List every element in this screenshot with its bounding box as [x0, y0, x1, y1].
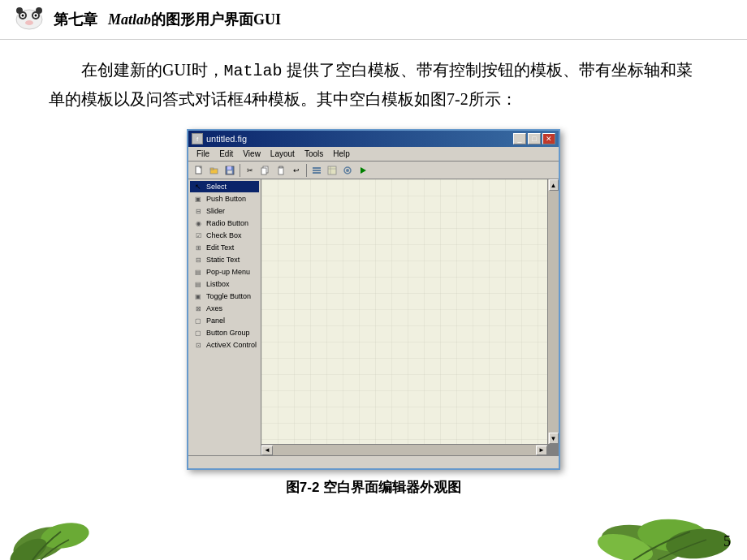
matlab-window: f untitled.fig _ □ ✕ File Edit View Layo… — [187, 129, 560, 470]
toolbar[interactable]: ✂ ↩ — [188, 162, 559, 179]
title-bar-buttons[interactable]: _ □ ✕ — [513, 133, 555, 144]
svg-rect-22 — [313, 170, 321, 171]
svg-point-6 — [35, 15, 37, 17]
scroll-right-btn[interactable]: ► — [536, 446, 547, 455]
menu-tools[interactable]: Tools — [300, 149, 328, 158]
menu-bar[interactable]: File Edit View Layout Tools Help — [188, 147, 559, 162]
matlab-screenshot-container: f untitled.fig _ □ ✕ File Edit View Layo… — [49, 129, 698, 470]
toolbar-save[interactable] — [222, 163, 237, 178]
push-button-icon — [192, 194, 204, 204]
sidebar-item-push-button[interactable]: Push Button — [190, 193, 259, 205]
toolbar-sep2 — [306, 164, 307, 177]
toggle-button-icon — [192, 291, 204, 301]
canvas-area[interactable]: ▲ ▼ ◄ ► — [261, 179, 559, 455]
listbox-icon — [192, 279, 204, 289]
toolbar-menu-editor[interactable] — [325, 163, 339, 178]
activex-icon — [192, 340, 204, 350]
edit-text-icon — [192, 243, 204, 252]
sidebar-item-check-box[interactable]: Check Box — [190, 230, 259, 241]
sidebar-item-edit-text[interactable]: Edit Text — [190, 242, 259, 253]
menu-view[interactable]: View — [238, 149, 266, 158]
button-group-icon — [192, 328, 204, 338]
tools-sidebar[interactable]: Select Push Button Slider Radio Button — [188, 179, 261, 455]
scroll-up-btn[interactable]: ▲ — [549, 179, 559, 191]
page-header: 第七章 Matlab的图形用户界面GUI — [0, 0, 747, 40]
svg-point-5 — [22, 15, 24, 17]
toolbar-undo[interactable]: ↩ — [289, 163, 304, 178]
sidebar-item-slider[interactable]: Slider — [190, 205, 259, 217]
svg-rect-24 — [328, 166, 336, 174]
scroll-down-btn[interactable]: ▼ — [549, 433, 559, 444]
matlab-inline: Matlab — [224, 62, 283, 80]
minimize-button[interactable]: _ — [513, 133, 526, 144]
sidebar-item-radio-button[interactable]: Radio Button — [190, 218, 259, 229]
svg-point-9 — [36, 7, 42, 14]
sidebar-item-listbox[interactable]: Listbox — [190, 278, 259, 290]
svg-rect-21 — [313, 167, 321, 169]
bottom-area: 5 — [0, 495, 747, 560]
scrollbar-bottom[interactable]: ◄ ► — [261, 444, 547, 455]
figure-caption: 图7-2 空白界面编辑器外观图 — [49, 478, 698, 497]
toolbar-cut[interactable]: ✂ — [243, 163, 257, 178]
scroll-track-right — [548, 191, 559, 433]
svg-point-28 — [346, 169, 349, 172]
menu-layout[interactable]: Layout — [266, 149, 300, 158]
slider-icon — [192, 206, 204, 216]
toolbar-copy[interactable] — [258, 163, 273, 178]
svg-rect-31 — [261, 179, 559, 455]
toolbar-new[interactable] — [192, 163, 206, 178]
axes-icon — [192, 304, 204, 313]
popup-menu-icon — [192, 267, 204, 277]
svg-rect-15 — [227, 166, 231, 170]
menu-file[interactable]: File — [192, 149, 214, 158]
title-bar: f untitled.fig _ □ ✕ — [188, 131, 559, 147]
sidebar-item-axes[interactable]: Axes — [190, 303, 259, 314]
scroll-track-bottom — [273, 445, 536, 455]
static-text-icon — [192, 255, 204, 265]
svg-point-8 — [16, 7, 23, 14]
toolbar-tab-order[interactable] — [340, 163, 355, 178]
status-bar — [188, 455, 559, 468]
sidebar-item-panel[interactable]: Panel — [190, 315, 259, 326]
toolbar-sep1 — [240, 164, 240, 177]
chapter-icon — [13, 6, 45, 32]
main-content: 在创建新的GUI时，Matlab 提供了空白模板、带有控制按钮的模板、带有坐标轴… — [0, 40, 747, 505]
panel-icon — [192, 316, 204, 325]
svg-marker-29 — [361, 167, 366, 174]
scrollbar-right[interactable]: ▲ ▼ — [547, 179, 559, 444]
sidebar-item-static-text[interactable]: Static Text — [190, 254, 259, 265]
sidebar-item-popup-menu[interactable]: Pop-up Menu — [190, 266, 259, 278]
select-icon — [192, 182, 204, 192]
toolbar-align[interactable] — [309, 163, 324, 178]
maximize-button[interactable]: □ — [528, 133, 541, 144]
leaf-decoration-left — [8, 499, 106, 560]
scroll-left-btn[interactable]: ◄ — [261, 446, 273, 455]
main-area: Select Push Button Slider Radio Button — [188, 179, 559, 455]
svg-rect-23 — [313, 172, 321, 174]
menu-edit[interactable]: Edit — [214, 149, 238, 158]
menu-help[interactable]: Help — [328, 149, 355, 158]
title-bar-text: f untitled.fig — [192, 133, 247, 144]
intro-paragraph: 在创建新的GUI时，Matlab 提供了空白模板、带有控制按钮的模板、带有坐标轴… — [49, 56, 698, 113]
sidebar-item-toggle-button[interactable]: Toggle Button — [190, 291, 259, 302]
svg-rect-20 — [279, 166, 283, 168]
svg-point-7 — [25, 20, 33, 25]
sidebar-item-activex[interactable]: ActiveX Control — [190, 339, 259, 351]
page-number: 5 — [723, 533, 731, 550]
close-button[interactable]: ✕ — [542, 133, 555, 144]
toolbar-run[interactable] — [356, 163, 370, 178]
chapter-title: 第七章 Matlab的图形用户界面GUI — [54, 10, 281, 29]
svg-rect-13 — [210, 168, 214, 170]
radio-button-icon — [192, 218, 204, 228]
window-icon: f — [192, 133, 203, 144]
svg-rect-16 — [227, 170, 232, 174]
sidebar-item-select[interactable]: Select — [190, 181, 259, 192]
toolbar-paste[interactable] — [274, 163, 288, 178]
grid-canvas — [261, 179, 559, 455]
check-box-icon — [192, 230, 204, 240]
svg-rect-18 — [261, 168, 266, 174]
leaf-decoration-right — [576, 499, 739, 560]
sidebar-item-button-group[interactable]: Button Group — [190, 327, 259, 338]
toolbar-open[interactable] — [207, 163, 222, 178]
